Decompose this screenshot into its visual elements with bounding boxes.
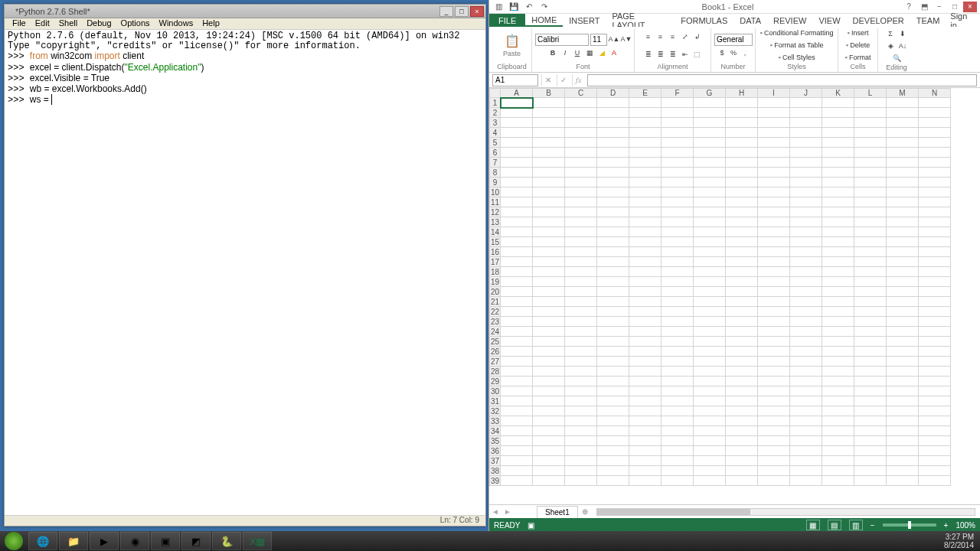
taskbar-app1-icon[interactable]: ◩ [181,532,211,550]
col-header[interactable]: A [501,89,533,98]
cell[interactable] [790,377,822,386]
cell[interactable] [694,466,726,476]
cell[interactable] [501,406,533,416]
cell[interactable] [919,287,951,297]
cell[interactable] [565,367,597,377]
cell[interactable] [822,247,854,257]
cell[interactable] [565,128,597,138]
cell[interactable] [726,347,758,357]
cell[interactable] [919,436,951,446]
cell[interactable] [629,436,662,446]
cell[interactable] [501,168,533,178]
cell[interactable] [501,138,533,148]
cell[interactable] [533,267,565,277]
cell[interactable] [726,456,758,466]
cell[interactable] [790,357,822,367]
cell[interactable] [758,307,790,317]
cell[interactable] [629,446,662,456]
help-icon[interactable]: ? [902,2,916,12]
python-output-area[interactable]: Python 2.7.6 (default, Nov 10 2013, 19:2… [5,30,485,515]
cell[interactable] [629,148,662,158]
cell[interactable] [758,317,790,327]
cell[interactable] [597,456,629,466]
cell[interactable] [726,466,758,476]
maximize-button[interactable]: □ [455,6,469,17]
cell[interactable] [629,178,662,187]
paste-icon[interactable]: 📋 [505,34,520,48]
cell[interactable] [822,128,854,138]
cell[interactable] [694,108,726,118]
align-left-icon[interactable]: ≣ [643,49,654,60]
cell[interactable] [887,267,919,277]
cell[interactable] [822,456,854,466]
cell[interactable] [887,456,919,466]
cell[interactable] [887,436,919,446]
cell[interactable] [662,377,694,386]
row-header[interactable]: 14 [490,227,501,237]
cell[interactable] [694,267,726,277]
cell[interactable] [501,327,533,337]
col-header[interactable]: L [854,89,887,98]
cell[interactable] [565,327,597,337]
cell[interactable] [597,217,629,227]
menu-shell[interactable]: Shell [54,18,82,29]
cell[interactable] [854,446,887,456]
save-icon[interactable]: 💾 [508,2,520,12]
cell[interactable] [533,197,565,207]
cell[interactable] [694,178,726,187]
cell[interactable] [919,237,951,247]
col-header[interactable]: H [726,89,758,98]
row-header[interactable]: 9 [490,178,501,187]
orientation-icon[interactable]: ⤢ [680,31,691,42]
paste-label[interactable]: Paste [503,50,521,57]
taskbar-excel-icon[interactable]: X▦ [243,532,272,550]
cell[interactable] [533,207,565,217]
cell[interactable] [629,128,662,138]
cell[interactable] [919,227,951,237]
cell[interactable] [822,287,854,297]
cell[interactable] [694,357,726,367]
cell[interactable] [919,377,951,386]
system-tray[interactable]: 3:27 PM 8/2/2014 [938,533,980,549]
cell[interactable] [790,207,822,217]
cell[interactable] [758,337,790,347]
cell[interactable] [887,347,919,357]
cell[interactable] [919,317,951,327]
cell[interactable] [919,416,951,426]
cell[interactable] [662,436,694,446]
merge-icon[interactable]: ⬚ [692,49,703,60]
cell[interactable] [694,247,726,257]
cell[interactable] [694,128,726,138]
cell[interactable] [597,158,629,168]
delete-cells-button[interactable]: Delete [846,41,871,51]
cell[interactable] [822,297,854,307]
cell[interactable] [662,456,694,466]
cell[interactable] [629,108,662,118]
cell[interactable] [790,466,822,476]
cell[interactable] [597,466,629,476]
cell[interactable] [726,357,758,367]
cell[interactable] [533,247,565,257]
cell[interactable] [887,317,919,327]
cell[interactable] [533,158,565,168]
cell[interactable] [758,178,790,187]
close-icon[interactable]: × [963,2,977,12]
cell[interactable] [662,446,694,456]
cell[interactable] [854,197,887,207]
clear-icon[interactable]: ◈ [885,41,896,51]
zoom-plus[interactable]: + [944,521,949,530]
sheet-nav-prev[interactable]: ◄ [489,507,501,516]
font-size-input[interactable] [590,34,607,46]
cell[interactable] [662,247,694,257]
page-break-view-icon[interactable]: ▥ [849,520,863,530]
cell[interactable] [726,187,758,197]
row-header[interactable]: 3 [490,118,501,128]
cell[interactable] [662,337,694,347]
col-header[interactable]: J [790,89,822,98]
cell[interactable] [822,187,854,197]
minimize-button[interactable]: _ [439,6,453,17]
cell[interactable] [726,128,758,138]
cell[interactable] [822,406,854,416]
cell[interactable] [726,118,758,128]
cell[interactable] [790,178,822,187]
